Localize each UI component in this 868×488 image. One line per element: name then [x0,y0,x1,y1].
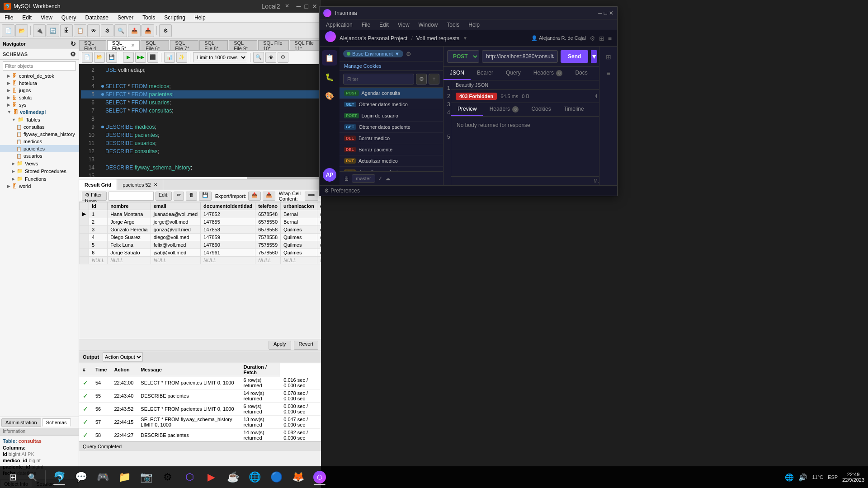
tb-run-selection[interactable]: ▶▶ [135,52,146,63]
folder-functions[interactable]: ▶ 📁 Functions [0,175,79,183]
tb-stop[interactable]: ⬛ [147,52,158,63]
tb-format[interactable]: ⚙ [278,52,288,63]
th-telefono[interactable]: telefono [255,202,281,210]
menu-view[interactable]: View [36,13,57,23]
url-input[interactable] [482,50,558,63]
limit-select[interactable]: Limit to 1000 rows [193,52,247,62]
table-pacientes[interactable]: 📋 pacientes [0,145,79,152]
grid-import-btn[interactable]: 📤 [248,192,261,201]
resp-tab-timeline[interactable]: Timeline [557,103,590,116]
ins-filter-settings-icon[interactable]: ⚙ [416,74,427,84]
sql-tab-11[interactable]: SQL File 11* [290,40,320,50]
master-branch-btn[interactable]: master [352,174,375,183]
sql-tab-9[interactable]: SQL File 9* [229,40,257,50]
close-icon[interactable]: ✕ [131,43,135,48]
request-actualizar-paciente[interactable]: PUT Actualizar paciente [340,167,443,171]
beautify-json-btn[interactable]: Beautify JSON [456,82,488,88]
ins-menu-application[interactable]: Application [322,19,356,30]
start-button[interactable]: ⊞ [4,468,22,486]
env-gear-icon[interactable]: ⚙ [406,51,411,57]
wrap-btn[interactable]: ⟺ [305,192,318,201]
request-obtener-medico[interactable]: GET Obtener datos medico [340,99,443,110]
tb-view[interactable]: 👁 [87,24,100,37]
menu-edit[interactable]: Edit [18,13,36,23]
table-row[interactable]: 5 Felix Luna felix@voll.med 147860 75785… [80,241,321,249]
ins-right-btn-2[interactable]: ≡ [602,66,615,80]
th-id[interactable]: id [89,202,108,210]
tb-sql-save[interactable]: 💾 [106,52,117,63]
apply-btn[interactable]: Apply [269,341,291,350]
table-row[interactable]: 4 Diego Suarez diego@voll.med 147859 757… [80,234,321,241]
table-row[interactable]: 3 Gonzalo Heredia gonza@voll.med 147858 … [80,226,321,234]
tb-run[interactable]: ▶ [123,52,134,63]
grid-save-btn[interactable]: 💾 [199,192,212,201]
output-log-row[interactable]: ✓ 55 22:43:40 DESCRIBE pacientes 14 row(… [79,389,321,403]
taskbar-app-settings[interactable]: ⚙ [158,468,178,486]
table-row[interactable]: 6 Jorge Sabato jsab@voll.med 147961 7578… [80,249,321,257]
edit-btn[interactable]: Edit: [156,192,172,201]
ins-maximize-btn[interactable]: □ [604,10,607,16]
schema-world[interactable]: ▶ 🗄 world [0,183,79,190]
sound-icon[interactable]: 🔊 [798,473,807,482]
request-agendar[interactable]: POST Agendar consulta [340,88,443,99]
wb-tab-close[interactable]: ✕ [285,3,289,10]
sql-tab-8[interactable]: SQL File 8* [199,40,228,50]
user-avatar[interactable]: AP [323,168,336,182]
th-urbanizacion[interactable]: urbanizacion [281,202,317,210]
table-consultas[interactable]: 📋 consultas [0,123,79,131]
settings-icon[interactable]: ⚙ [590,35,595,42]
th-email[interactable]: email [151,202,200,210]
menu-scripting[interactable]: Scripting [160,13,190,23]
tb-sql-new[interactable]: 📄 [82,52,93,63]
taskbar-app-camera[interactable]: 📷 [136,468,156,486]
schemas-tab[interactable]: Schemas [42,418,71,427]
ins-requests-icon[interactable]: 📋 [322,50,337,66]
ins-add-request-btn[interactable]: + [429,74,439,84]
table-medicos[interactable]: 📋 medicos [0,138,79,145]
ins-req-body[interactable]: 1 { 2 "idPaciente":"5", 3 "idMedico":"6"… [443,80,451,185]
taskbar-app-discord[interactable]: 🎮 [93,468,113,486]
table-flyway[interactable]: 📋 flyway_schema_history [0,131,79,138]
ins-design-icon[interactable]: 🎨 [322,88,337,103]
ins-right-btn-1[interactable]: ⊞ [602,50,615,64]
wb-close-btn[interactable]: ✕ [312,3,317,10]
tb-connect[interactable]: 🔌 [33,24,46,37]
tb-beautify[interactable]: ✨ [176,52,187,63]
nav-refresh-icon[interactable]: ↻ [71,40,76,47]
menu-database[interactable]: Database [81,13,113,23]
request-actualizar-medico[interactable]: PUT Actualizar medico [340,155,443,167]
schema-control-de-stok[interactable]: ▶ 🗄 control_de_stok [0,72,79,80]
ins-minimize-btn[interactable]: ─ [598,10,602,16]
schema-jugos[interactable]: ▶ 🗄 jugos [0,87,79,94]
tb-export[interactable]: 📤 [128,24,141,37]
grid-delete-btn[interactable]: 🗑 [186,192,197,201]
request-obtener-paciente[interactable]: GET Obtener datos paciente [340,122,443,133]
schemas-settings-icon[interactable]: ⚙ [70,51,76,58]
tb-import[interactable]: 📥 [142,24,154,37]
ins-debug-icon[interactable]: 🐛 [322,69,337,84]
th-nombre[interactable]: nombre [108,202,151,210]
request-borrar-medico[interactable]: DEL Borrar medico [340,133,443,144]
taskbar-app-edge[interactable]: 🌐 [245,468,264,486]
sql-tab-10[interactable]: SQL File 10* [258,40,288,50]
manage-cookies-btn[interactable]: Manage Cookies [340,61,443,71]
folder-stored-procedures[interactable]: ▶ 📁 Stored Procedures [0,167,79,175]
collection-dropdown-icon[interactable]: ▼ [463,36,467,41]
ins-menu-file[interactable]: File [358,19,374,30]
network-icon[interactable]: 🌐 [785,473,794,482]
ins-menu-tools[interactable]: Tools [443,19,463,30]
filter-rows-input[interactable] [108,192,154,201]
folder-views[interactable]: ▶ 📁 Views [0,160,79,167]
close-icon[interactable]: ✕ [154,182,157,187]
tb-settings[interactable]: ⚙ [159,24,172,37]
tb-new[interactable]: 📄 [2,24,14,37]
output-log-row[interactable]: ✓ 54 22:42:00 SELECT * FROM pacientes LI… [79,376,321,389]
output-log-row[interactable]: ✓ 57 22:44:15 SELECT * FROM flyway_schem… [79,416,321,429]
schema-vollmedapi[interactable]: ▼ 🗄 vollmedapi [0,108,79,116]
wb-minimize-btn[interactable]: ─ [297,3,301,10]
ins-menu-help[interactable]: Help [465,19,483,30]
taskbar-app-intellij[interactable]: ▶ [201,468,221,486]
method-select[interactable]: POST [447,50,479,63]
th-documento[interactable]: documentoIdentidad [201,202,255,210]
table-row[interactable]: 2 Jorge Argo jorge@voll.med 147855 65785… [80,218,321,226]
